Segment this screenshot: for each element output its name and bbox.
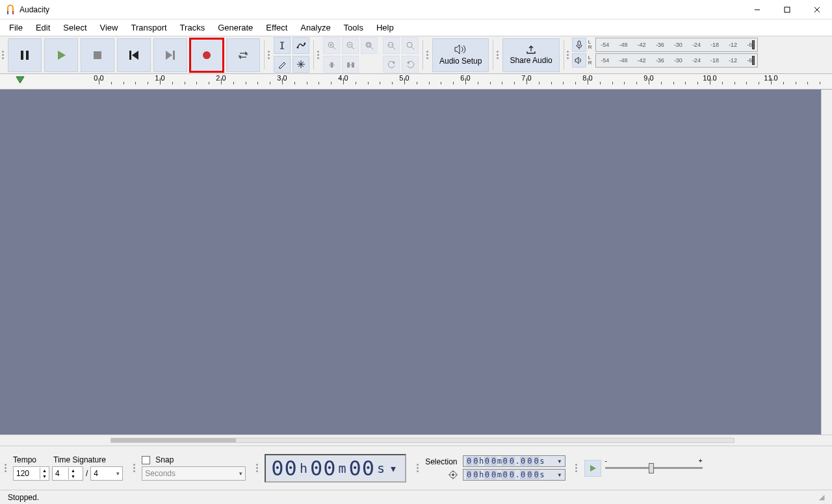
time-signature-label: Time Signature [53, 455, 106, 464]
play-level-slider[interactable] [752, 56, 755, 65]
selection-settings-icon[interactable] [448, 470, 458, 479]
tsig-num-field[interactable] [53, 468, 68, 479]
tempo-down[interactable]: ▼ [40, 473, 49, 479]
timeline-label: 10.0 [703, 74, 716, 82]
vertical-scrollbar[interactable] [821, 90, 832, 435]
zoom-out-button[interactable] [342, 37, 359, 54]
timeline-label: 8.0 [582, 74, 592, 82]
fit-project-button[interactable] [383, 37, 400, 54]
skip-end-button[interactable] [153, 38, 187, 72]
tempo-up[interactable]: ▲ [40, 468, 49, 473]
playback-meter[interactable]: LR -54 -48 -42 -36 -30 -24 -18 -12 -6 [572, 53, 758, 68]
draw-tool[interactable] [274, 56, 291, 73]
menu-transport[interactable]: Transport [124, 20, 173, 35]
playback-meter-scale[interactable]: -54 -48 -42 -36 -30 -24 -18 -12 -6 [595, 53, 758, 68]
toolbar-grip[interactable] [0, 36, 5, 73]
timeline-label: 11.0 [764, 74, 777, 82]
speaker-small-icon[interactable] [572, 53, 586, 68]
trim-button[interactable] [323, 56, 340, 73]
audio-setup-button[interactable]: Audio Setup [432, 38, 489, 72]
close-button[interactable] [802, 0, 832, 19]
toolbar-grip-5[interactable] [495, 36, 500, 73]
loop-button[interactable] [226, 38, 260, 72]
tsig-den-combo[interactable]: 4▾ [90, 466, 123, 481]
menu-edit[interactable]: Edit [29, 20, 57, 35]
recording-meter[interactable]: LR -54 -48 -42 -36 -30 -24 -18 -12 -6 [572, 38, 758, 52]
resize-grip-icon[interactable]: ◢ [819, 493, 824, 501]
selection-start-input[interactable]: 00h00m00.000s▾ [463, 455, 566, 467]
recording-meter-scale[interactable]: -54 -48 -42 -36 -30 -24 -18 -12 -6 [595, 38, 758, 52]
snap-checkbox[interactable] [142, 456, 150, 464]
fit-selection-button[interactable] [361, 37, 378, 54]
menu-tracks[interactable]: Tracks [174, 20, 212, 35]
selection-end-input[interactable]: 00h00m00.000s▾ [463, 469, 566, 481]
selection-label: Selection [425, 457, 457, 466]
toolbar-grip-2[interactable] [266, 36, 271, 73]
selection-section: Selection 00h00m00.000s▾ 00h00m00.000s▾ [420, 453, 570, 483]
snap-unit-combo[interactable]: Seconds▾ [142, 466, 246, 481]
titlebar: Audacity [0, 0, 832, 19]
svg-rect-1 [12, 11, 14, 14]
record-button[interactable] [190, 38, 224, 72]
track-area[interactable] [0, 90, 832, 435]
bottom-toolbar: Tempo Time Signature ▲▼ ▲▼ / 4▾ Snap Sec… [0, 446, 832, 490]
svg-rect-9 [94, 51, 101, 59]
svg-marker-11 [132, 51, 138, 60]
microphone-icon[interactable] [572, 38, 586, 52]
svg-marker-51 [16, 77, 24, 83]
menu-tools[interactable]: Tools [337, 20, 370, 35]
time-counter[interactable]: 00h 00m 00s▾ [265, 454, 406, 483]
play-button[interactable] [44, 38, 78, 72]
svg-rect-0 [7, 11, 8, 14]
multi-tool[interactable] [292, 56, 309, 73]
menu-effect[interactable]: Effect [259, 20, 294, 35]
horizontal-scrollbar[interactable] [110, 438, 734, 443]
bottom-grip-2[interactable] [131, 464, 136, 472]
playhead-marker-icon[interactable] [16, 76, 25, 84]
play-at-speed-button[interactable] [584, 460, 601, 477]
timeline-label: 9.0 [644, 74, 653, 82]
menu-help[interactable]: Help [370, 20, 400, 35]
toolbar-grip-3[interactable] [315, 36, 320, 73]
stop-button[interactable] [81, 38, 114, 72]
playback-speed-slider[interactable]: - + [605, 460, 703, 477]
bottom-grip-4[interactable] [415, 464, 420, 472]
menu-file[interactable]: File [3, 20, 29, 35]
redo-button[interactable] [402, 56, 419, 73]
share-audio-button[interactable]: Share Audio [502, 38, 559, 72]
skip-start-button[interactable] [117, 38, 151, 72]
maximize-button[interactable] [772, 0, 802, 19]
undo-button[interactable] [383, 56, 400, 73]
svg-line-27 [333, 47, 335, 49]
envelope-tool[interactable] [292, 37, 309, 54]
snap-section: Snap Seconds▾ [136, 453, 251, 483]
menu-analyze[interactable]: Analyze [294, 20, 337, 35]
speed-thumb[interactable] [649, 463, 654, 473]
tempo-input[interactable]: ▲▼ [13, 466, 49, 481]
minimize-button[interactable] [742, 0, 772, 19]
selection-start-value: 00h00m00.000s [466, 457, 545, 466]
timeline-label: 7.0 [521, 74, 531, 82]
tsig-num-input[interactable]: ▲▼ [52, 466, 83, 481]
menu-select[interactable]: Select [57, 20, 93, 35]
bottom-grip-5[interactable] [574, 464, 579, 472]
menubar: File Edit Select View Transport Tracks G… [0, 19, 832, 36]
pause-button[interactable] [8, 38, 42, 72]
bottom-grip-3[interactable] [254, 464, 259, 472]
toolbar-grip-6[interactable] [566, 36, 571, 73]
zoom-in-button[interactable] [323, 37, 340, 54]
selection-tool[interactable] [274, 37, 291, 54]
rec-level-slider[interactable] [752, 40, 755, 49]
zoom-toggle-button[interactable] [402, 37, 419, 54]
silence-button[interactable] [342, 56, 359, 73]
transport-toolbar [5, 36, 263, 73]
svg-point-53 [452, 473, 454, 476]
tempo-field[interactable] [14, 468, 40, 479]
menu-generate[interactable]: Generate [211, 20, 259, 35]
menu-view[interactable]: View [94, 20, 125, 35]
speaker-icon [454, 44, 467, 55]
toolbar-grip-4[interactable] [424, 36, 430, 73]
bottom-grip-1[interactable] [3, 464, 8, 472]
hscroll-thumb[interactable] [111, 438, 236, 442]
timeline-ruler[interactable]: 0.01.02.03.04.05.06.07.08.09.010.011.0 [0, 74, 832, 90]
